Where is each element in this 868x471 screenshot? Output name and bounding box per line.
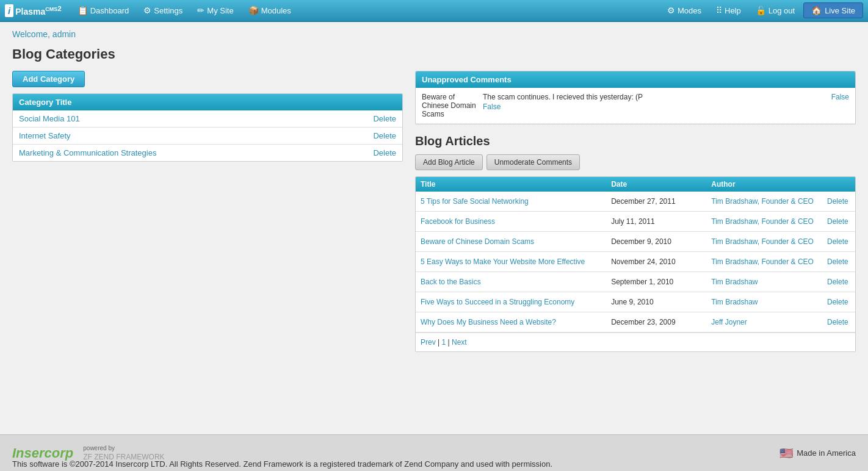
category-row-label[interactable]: Marketing & Communication Strategies [19,148,373,157]
logo[interactable]: i PlasmaCMS2 [5,4,62,17]
main-content: Welcome, admin Blog Categories Add Categ… [0,22,868,434]
nav-items: 📋 Dashboard ⚙ Settings ✏ My Site 📦 Modul… [71,3,297,18]
footer-left: Insercorp powered by ZF ZEND FRAMEWORK [12,445,165,461]
delete-category-1[interactable]: Delete [373,131,396,140]
footer-copyright: This software is ©2007-2014 Insercorp LT… [12,459,856,469]
nav-settings[interactable]: ⚙ Settings [137,3,189,18]
table-row: 5 Tips for Safe Social Networking Decemb… [416,192,855,212]
articles-table: Title Date Author 5 Tips for Safe Social… [415,176,856,352]
article-title-0[interactable]: 5 Tips for Safe Social Networking [416,195,606,208]
table-row: Marketing & Communication Strategies Del… [13,145,402,161]
unapproved-comments-box: Unapproved Comments Beware of Chinese Do… [415,71,856,124]
category-table: Category Title Social Media 101 Delete I… [12,93,403,162]
comment-subject: Beware of Chinese Domain Scams [422,93,483,118]
delete-article-5[interactable]: Delete [825,295,855,309]
top-navigation: i PlasmaCMS2 📋 Dashboard ⚙ Settings ✏ My… [0,0,868,22]
article-date-5: June 9, 2010 [606,295,706,309]
nav-modes[interactable]: ⚙ Modes [661,3,707,18]
comment-text: The scam continues. I recieved this yest… [483,93,825,111]
blog-articles-title: Blog Articles [415,134,856,148]
modes-icon: ⚙ [667,5,675,15]
article-title-1[interactable]: Facebook for Business [416,215,606,228]
blog-article-buttons: Add Blog Article Unmoderate Comments [415,154,856,170]
footer-right: 🇺🇸 Made in America [779,447,856,460]
powered-by: powered by [83,445,164,451]
delete-article-3[interactable]: Delete [825,255,855,268]
article-date-0: December 27, 2011 [606,195,706,208]
insercorp-logo: Insercorp [12,445,73,461]
delete-article-1[interactable]: Delete [825,215,855,228]
article-author-2[interactable]: Tim Bradshaw, Founder & CEO [706,235,825,248]
nav-right: ⚙ Modes ⠿ Help 🔓 Log out 🏠 Live Site [661,2,863,18]
category-row-label[interactable]: Social Media 101 [19,114,373,123]
article-author-3[interactable]: Tim Bradshaw, Founder & CEO [706,255,825,268]
add-blog-article-button[interactable]: Add Blog Article [415,154,483,170]
col-title-header: Title [416,177,606,192]
mysite-icon: ✏ [197,5,204,15]
home-icon: 🏠 [811,5,822,15]
delete-article-6[interactable]: Delete [825,315,855,329]
flag-icon: 🇺🇸 [779,447,793,460]
pagination: Prev | 1 | Next [416,333,855,351]
unmoderate-comments-button[interactable]: Unmoderate Comments [486,154,580,170]
nav-modules[interactable]: 📦 Modules [242,3,297,18]
delete-category-0[interactable]: Delete [373,114,396,123]
nav-dashboard[interactable]: 📋 Dashboard [71,3,136,18]
pagination-next[interactable]: Next [452,338,467,347]
pagination-prev[interactable]: Prev [421,338,436,347]
help-icon: ⠿ [716,5,722,15]
logo-text: PlasmaCMS2 [15,4,62,16]
modules-icon: 📦 [248,5,259,15]
article-title-6[interactable]: Why Does My Business Need a Website? [416,315,606,329]
category-table-header: Category Title [13,94,402,110]
category-row-label[interactable]: Internet Safety [19,131,373,140]
add-category-button[interactable]: Add Category [12,71,85,87]
settings-icon: ⚙ [143,5,151,15]
nav-help[interactable]: ⠿ Help [710,3,747,18]
article-author-5[interactable]: Tim Bradshaw [706,295,825,309]
article-author-1[interactable]: Tim Bradshaw, Founder & CEO [706,215,825,228]
zend-info: powered by ZF ZEND FRAMEWORK [83,445,164,461]
article-date-1: July 11, 2011 [606,215,706,228]
logo-letter: i [8,5,10,16]
comment-false-link-top[interactable]: False [483,102,825,111]
right-panel: Unapproved Comments Beware of Chinese Do… [415,71,856,352]
delete-article-0[interactable]: Delete [825,195,855,208]
table-row: Why Does My Business Need a Website? Dec… [416,312,855,333]
delete-category-2[interactable]: Delete [373,148,396,157]
nav-live-site[interactable]: 🏠 Live Site [803,2,863,18]
made-in-america: Made in America [797,448,856,458]
dashboard-icon: 📋 [78,5,88,15]
article-date-3: November 24, 2010 [606,255,706,268]
table-row: Facebook for Business July 11, 2011 Tim … [416,212,855,232]
article-author-4[interactable]: Tim Bradshaw [706,275,825,289]
welcome-message: Welcome, admin [12,29,856,39]
article-title-2[interactable]: Beware of Chinese Domain Scams [416,235,606,248]
article-author-6[interactable]: Jeff Joyner [706,315,825,329]
logo-box: i [5,4,13,17]
footer: Insercorp powered by ZF ZEND FRAMEWORK 🇺… [0,434,868,471]
article-author-0[interactable]: Tim Bradshaw, Founder & CEO [706,195,825,208]
table-row: Internet Safety Delete [13,128,402,145]
col-action-header [825,177,855,192]
article-date-4: September 1, 2010 [606,275,706,289]
article-date-2: December 9, 2010 [606,235,706,248]
left-panel: Add Category Category Title Social Media… [12,71,403,352]
article-title-4[interactable]: Back to the Basics [416,275,606,289]
nav-logout[interactable]: 🔓 Log out [750,3,801,18]
table-row: Social Media 101 Delete [13,110,402,128]
articles-table-header: Title Date Author [416,177,855,192]
pagination-current[interactable]: 1 [441,338,446,347]
comment-row: Beware of Chinese Domain Scams The scam … [416,88,855,124]
unapproved-comments-header: Unapproved Comments [416,71,855,88]
table-row: Beware of Chinese Domain Scams December … [416,232,855,252]
col-date-header: Date [606,177,706,192]
comment-action-false[interactable]: False [831,93,849,101]
article-title-5[interactable]: Five Ways to Succeed in a Struggling Eco… [416,295,606,309]
logout-icon: 🔓 [756,5,766,15]
article-title-3[interactable]: 5 Easy Ways to Make Your Website More Ef… [416,255,606,268]
nav-mysite[interactable]: ✏ My Site [191,3,239,18]
table-row: Back to the Basics September 1, 2010 Tim… [416,272,855,292]
delete-article-2[interactable]: Delete [825,235,855,248]
delete-article-4[interactable]: Delete [825,275,855,289]
